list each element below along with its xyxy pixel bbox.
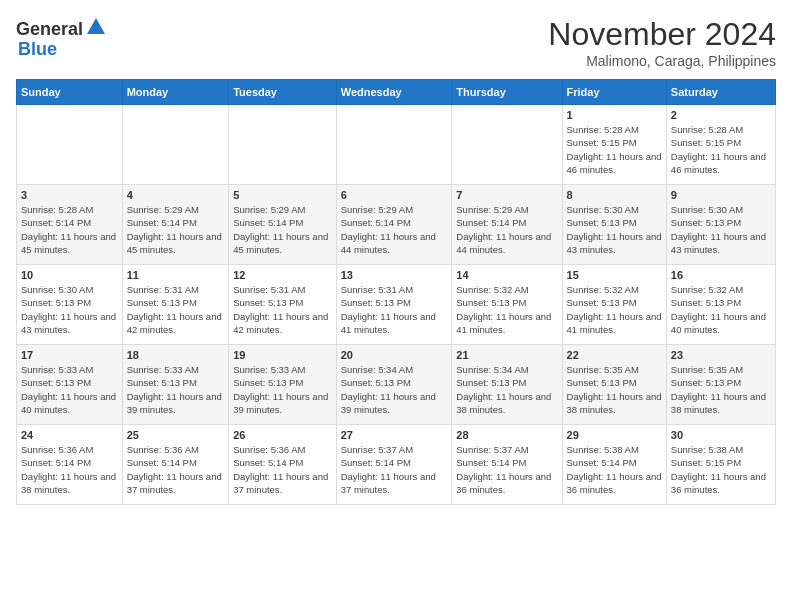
calendar-week-2: 10Sunrise: 5:30 AMSunset: 5:13 PMDayligh…	[17, 265, 776, 345]
day-info: Sunrise: 5:30 AMSunset: 5:13 PMDaylight:…	[21, 283, 118, 336]
day-number: 4	[127, 189, 225, 201]
svg-marker-0	[87, 18, 105, 34]
day-number: 2	[671, 109, 771, 121]
day-number: 8	[567, 189, 662, 201]
calendar-cell: 13Sunrise: 5:31 AMSunset: 5:13 PMDayligh…	[336, 265, 452, 345]
day-number: 21	[456, 349, 557, 361]
calendar-cell: 4Sunrise: 5:29 AMSunset: 5:14 PMDaylight…	[122, 185, 229, 265]
logo: General Blue	[16, 16, 107, 60]
day-number: 10	[21, 269, 118, 281]
day-number: 25	[127, 429, 225, 441]
calendar-body: 1Sunrise: 5:28 AMSunset: 5:15 PMDaylight…	[17, 105, 776, 505]
logo-general-text: General	[16, 19, 83, 40]
header-sunday: Sunday	[17, 80, 123, 105]
day-number: 3	[21, 189, 118, 201]
day-number: 30	[671, 429, 771, 441]
calendar-cell: 7Sunrise: 5:29 AMSunset: 5:14 PMDaylight…	[452, 185, 562, 265]
calendar-cell: 10Sunrise: 5:30 AMSunset: 5:13 PMDayligh…	[17, 265, 123, 345]
day-number: 9	[671, 189, 771, 201]
day-info: Sunrise: 5:29 AMSunset: 5:14 PMDaylight:…	[127, 203, 225, 256]
day-number: 16	[671, 269, 771, 281]
calendar-cell: 5Sunrise: 5:29 AMSunset: 5:14 PMDaylight…	[229, 185, 337, 265]
calendar-cell: 19Sunrise: 5:33 AMSunset: 5:13 PMDayligh…	[229, 345, 337, 425]
header-saturday: Saturday	[666, 80, 775, 105]
header-tuesday: Tuesday	[229, 80, 337, 105]
day-info: Sunrise: 5:32 AMSunset: 5:13 PMDaylight:…	[671, 283, 771, 336]
calendar-cell: 28Sunrise: 5:37 AMSunset: 5:14 PMDayligh…	[452, 425, 562, 505]
calendar-cell: 9Sunrise: 5:30 AMSunset: 5:13 PMDaylight…	[666, 185, 775, 265]
header-thursday: Thursday	[452, 80, 562, 105]
day-info: Sunrise: 5:28 AMSunset: 5:15 PMDaylight:…	[671, 123, 771, 176]
day-info: Sunrise: 5:36 AMSunset: 5:14 PMDaylight:…	[127, 443, 225, 496]
day-number: 19	[233, 349, 332, 361]
calendar-cell: 30Sunrise: 5:38 AMSunset: 5:15 PMDayligh…	[666, 425, 775, 505]
day-info: Sunrise: 5:30 AMSunset: 5:13 PMDaylight:…	[671, 203, 771, 256]
day-info: Sunrise: 5:31 AMSunset: 5:13 PMDaylight:…	[233, 283, 332, 336]
header-monday: Monday	[122, 80, 229, 105]
calendar-cell: 24Sunrise: 5:36 AMSunset: 5:14 PMDayligh…	[17, 425, 123, 505]
calendar-cell: 17Sunrise: 5:33 AMSunset: 5:13 PMDayligh…	[17, 345, 123, 425]
day-number: 1	[567, 109, 662, 121]
calendar-cell: 21Sunrise: 5:34 AMSunset: 5:13 PMDayligh…	[452, 345, 562, 425]
calendar-cell: 16Sunrise: 5:32 AMSunset: 5:13 PMDayligh…	[666, 265, 775, 345]
calendar-cell	[122, 105, 229, 185]
day-info: Sunrise: 5:30 AMSunset: 5:13 PMDaylight:…	[567, 203, 662, 256]
calendar-cell: 1Sunrise: 5:28 AMSunset: 5:15 PMDaylight…	[562, 105, 666, 185]
calendar-table: SundayMondayTuesdayWednesdayThursdayFrid…	[16, 79, 776, 505]
calendar-cell: 25Sunrise: 5:36 AMSunset: 5:14 PMDayligh…	[122, 425, 229, 505]
day-info: Sunrise: 5:36 AMSunset: 5:14 PMDaylight:…	[233, 443, 332, 496]
day-number: 24	[21, 429, 118, 441]
calendar-cell	[17, 105, 123, 185]
header-row: SundayMondayTuesdayWednesdayThursdayFrid…	[17, 80, 776, 105]
day-info: Sunrise: 5:35 AMSunset: 5:13 PMDaylight:…	[671, 363, 771, 416]
day-number: 26	[233, 429, 332, 441]
logo-icon	[85, 16, 107, 38]
calendar-cell: 11Sunrise: 5:31 AMSunset: 5:13 PMDayligh…	[122, 265, 229, 345]
day-number: 18	[127, 349, 225, 361]
day-info: Sunrise: 5:31 AMSunset: 5:13 PMDaylight:…	[127, 283, 225, 336]
calendar-cell: 23Sunrise: 5:35 AMSunset: 5:13 PMDayligh…	[666, 345, 775, 425]
day-info: Sunrise: 5:33 AMSunset: 5:13 PMDaylight:…	[21, 363, 118, 416]
day-info: Sunrise: 5:35 AMSunset: 5:13 PMDaylight:…	[567, 363, 662, 416]
calendar-week-1: 3Sunrise: 5:28 AMSunset: 5:14 PMDaylight…	[17, 185, 776, 265]
logo-blue-text: Blue	[18, 39, 57, 59]
day-number: 14	[456, 269, 557, 281]
day-number: 15	[567, 269, 662, 281]
calendar-cell: 20Sunrise: 5:34 AMSunset: 5:13 PMDayligh…	[336, 345, 452, 425]
day-number: 23	[671, 349, 771, 361]
day-info: Sunrise: 5:29 AMSunset: 5:14 PMDaylight:…	[456, 203, 557, 256]
calendar-week-4: 24Sunrise: 5:36 AMSunset: 5:14 PMDayligh…	[17, 425, 776, 505]
calendar-cell: 18Sunrise: 5:33 AMSunset: 5:13 PMDayligh…	[122, 345, 229, 425]
title-section: November 2024 Malimono, Caraga, Philippi…	[548, 16, 776, 69]
day-info: Sunrise: 5:32 AMSunset: 5:13 PMDaylight:…	[567, 283, 662, 336]
day-info: Sunrise: 5:32 AMSunset: 5:13 PMDaylight:…	[456, 283, 557, 336]
page-subtitle: Malimono, Caraga, Philippines	[548, 53, 776, 69]
day-number: 5	[233, 189, 332, 201]
day-number: 12	[233, 269, 332, 281]
day-number: 22	[567, 349, 662, 361]
calendar-cell: 15Sunrise: 5:32 AMSunset: 5:13 PMDayligh…	[562, 265, 666, 345]
day-info: Sunrise: 5:31 AMSunset: 5:13 PMDaylight:…	[341, 283, 448, 336]
day-info: Sunrise: 5:38 AMSunset: 5:14 PMDaylight:…	[567, 443, 662, 496]
calendar-cell: 12Sunrise: 5:31 AMSunset: 5:13 PMDayligh…	[229, 265, 337, 345]
day-info: Sunrise: 5:37 AMSunset: 5:14 PMDaylight:…	[341, 443, 448, 496]
calendar-cell: 6Sunrise: 5:29 AMSunset: 5:14 PMDaylight…	[336, 185, 452, 265]
day-info: Sunrise: 5:37 AMSunset: 5:14 PMDaylight:…	[456, 443, 557, 496]
day-info: Sunrise: 5:29 AMSunset: 5:14 PMDaylight:…	[233, 203, 332, 256]
calendar-header: SundayMondayTuesdayWednesdayThursdayFrid…	[17, 80, 776, 105]
day-number: 17	[21, 349, 118, 361]
day-info: Sunrise: 5:28 AMSunset: 5:14 PMDaylight:…	[21, 203, 118, 256]
calendar-cell: 3Sunrise: 5:28 AMSunset: 5:14 PMDaylight…	[17, 185, 123, 265]
header-friday: Friday	[562, 80, 666, 105]
day-info: Sunrise: 5:33 AMSunset: 5:13 PMDaylight:…	[127, 363, 225, 416]
calendar-cell: 14Sunrise: 5:32 AMSunset: 5:13 PMDayligh…	[452, 265, 562, 345]
calendar-cell: 26Sunrise: 5:36 AMSunset: 5:14 PMDayligh…	[229, 425, 337, 505]
day-info: Sunrise: 5:33 AMSunset: 5:13 PMDaylight:…	[233, 363, 332, 416]
day-number: 13	[341, 269, 448, 281]
calendar-week-0: 1Sunrise: 5:28 AMSunset: 5:15 PMDaylight…	[17, 105, 776, 185]
day-number: 11	[127, 269, 225, 281]
calendar-cell	[229, 105, 337, 185]
calendar-cell	[452, 105, 562, 185]
day-number: 28	[456, 429, 557, 441]
calendar-cell: 29Sunrise: 5:38 AMSunset: 5:14 PMDayligh…	[562, 425, 666, 505]
